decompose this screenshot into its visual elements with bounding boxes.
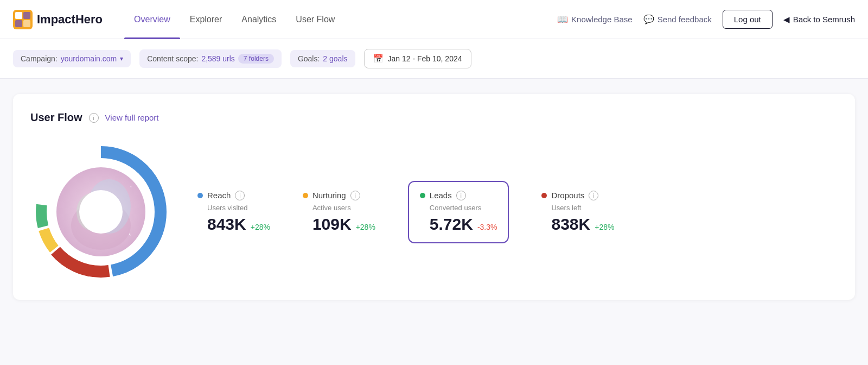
dropouts-dot (541, 193, 547, 198)
metric-dropouts-header: Dropouts i (541, 191, 598, 200)
leads-dot (420, 193, 425, 198)
chevron-down-icon: ▾ (120, 55, 123, 62)
svg-rect-2 (23, 12, 30, 19)
leads-value: 5.72K -3.3% (420, 215, 497, 234)
metric-leads-header: Leads i (420, 191, 466, 200)
card-header: User Flow i View full report (30, 111, 838, 124)
logout-button[interactable]: Log out (723, 10, 773, 29)
chart-svg: ‹ ‹ ‹ (30, 141, 171, 282)
header: ImpactHero Overview Explorer Analytics U… (0, 0, 868, 39)
reach-value: 843K +28% (197, 215, 270, 234)
campaign-label: Campaign: (21, 54, 58, 63)
logo-icon (13, 10, 33, 29)
title-info-icon[interactable]: i (89, 113, 99, 123)
dropouts-info-icon[interactable]: i (589, 191, 598, 200)
nurturing-sublabel: Active users (303, 204, 351, 212)
dropouts-change: +28% (595, 223, 614, 231)
goals-filter[interactable]: Goals: 2 goals (290, 50, 355, 67)
send-feedback-link[interactable]: 💬 Send feedback (643, 14, 712, 24)
header-right: 📖 Knowledge Base 💬 Send feedback Log out… (557, 10, 855, 29)
nurturing-value: 109K +28% (303, 215, 375, 234)
nurturing-change: +28% (356, 223, 375, 231)
nav-item-userflow[interactable]: User Flow (286, 0, 344, 39)
metrics-container: Reach i Users visited 843K +28% Nurturin… (197, 181, 838, 243)
nav-item-analytics[interactable]: Analytics (232, 0, 286, 39)
reach-info-icon[interactable]: i (235, 191, 245, 200)
nurturing-label: Nurturing (312, 191, 346, 200)
svg-rect-4 (23, 20, 30, 27)
svg-rect-1 (15, 12, 22, 19)
campaign-value: yourdomain.com (61, 54, 117, 63)
back-icon: ◀ (783, 15, 790, 24)
metric-nurturing-header: Nurturing i (303, 191, 360, 200)
nav-item-overview[interactable]: Overview (124, 0, 180, 39)
card-body: ‹ ‹ ‹ Reach i Users visited 843K (30, 141, 838, 282)
calendar-icon: 📅 (373, 54, 384, 64)
card-title: User Flow (30, 111, 82, 124)
donut-chart: ‹ ‹ ‹ (30, 141, 171, 282)
back-to-semrush[interactable]: ◀ Back to Semrush (783, 15, 855, 24)
reach-label: Reach (207, 191, 231, 200)
svg-rect-3 (15, 20, 22, 27)
view-full-report-link[interactable]: View full report (105, 113, 159, 122)
filters-bar: Campaign: yourdomain.com ▾ Content scope… (0, 39, 868, 79)
nurturing-dot (303, 193, 308, 198)
metric-nurturing: Nurturing i Active users 109K +28% (303, 191, 375, 234)
logo-text: ImpactHero (37, 12, 103, 27)
book-icon: 📖 (557, 14, 568, 24)
knowledge-base-link[interactable]: 📖 Knowledge Base (557, 14, 633, 24)
date-range-picker[interactable]: 📅 Jan 12 - Feb 10, 2024 (364, 49, 471, 68)
leads-label: Leads (430, 191, 452, 200)
center-hole (79, 190, 123, 234)
reach-dot (197, 193, 203, 198)
goals-value: 2 goals (323, 54, 347, 63)
leads-change: -3.3% (477, 223, 497, 231)
content-scope-label: Content scope: (147, 54, 198, 63)
dropouts-sublabel: Users left (541, 204, 581, 212)
date-range-value: Jan 12 - Feb 10, 2024 (388, 54, 462, 63)
reach-change: +28% (251, 223, 270, 231)
goals-label: Goals: (298, 54, 320, 63)
dropouts-label: Dropouts (551, 191, 584, 200)
content-scope-badge: 7 folders (238, 54, 274, 64)
metric-reach: Reach i Users visited 843K +28% (197, 191, 270, 234)
metric-dropouts: Dropouts i Users left 838K +28% (541, 191, 614, 234)
main-content: User Flow i View full report (0, 79, 868, 315)
metric-reach-header: Reach i (197, 191, 245, 200)
leads-sublabel: Converted users (420, 204, 481, 212)
content-scope-value: 2,589 urls (201, 54, 234, 63)
campaign-filter[interactable]: Campaign: yourdomain.com ▾ (13, 50, 131, 67)
user-flow-card: User Flow i View full report (13, 94, 855, 300)
metric-leads: Leads i Converted users 5.72K -3.3% (408, 181, 509, 243)
dropouts-value: 838K +28% (541, 215, 614, 234)
leads-info-icon[interactable]: i (456, 191, 466, 200)
logo: ImpactHero (13, 10, 103, 29)
main-nav: Overview Explorer Analytics User Flow (124, 0, 557, 39)
reach-sublabel: Users visited (197, 204, 247, 212)
nav-item-explorer[interactable]: Explorer (180, 0, 232, 39)
feedback-icon: 💬 (643, 14, 654, 24)
nurturing-info-icon[interactable]: i (350, 191, 360, 200)
content-scope-filter[interactable]: Content scope: 2,589 urls 7 folders (139, 49, 282, 68)
